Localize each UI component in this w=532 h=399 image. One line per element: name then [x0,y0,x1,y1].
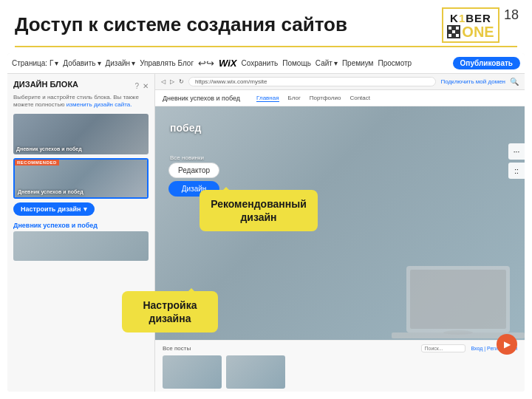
nav-item-portfolio[interactable]: Портфолио [310,95,341,101]
logo-line2: ONE [462,24,494,39]
side-buttons: ··· :: [508,143,525,179]
hero-text: побед [170,121,201,134]
bottom-area-header: Все посты Вход | Регистрация [163,344,517,352]
page-title: Доступ к системе создания сайтов [15,13,347,36]
svg-rect-1 [410,270,506,329]
toolbar-design[interactable]: Дизайн▾ [106,59,136,67]
design-thumb-1[interactable]: Дневник успехов и побед [13,114,149,154]
customize-button[interactable]: Настроить дизайн [13,202,95,216]
left-panel: ДИЗАЙН БЛОКА ? ✕ Выберите и настройте ст… [7,74,155,392]
side-btn-grid[interactable]: :: [508,163,525,179]
side-btn-dots[interactable]: ··· [508,143,525,160]
post-card-2[interactable] [226,355,285,389]
toolbar-preview[interactable]: Просмотр [378,59,412,67]
browser-reload-icon[interactable]: ↻ [179,78,184,85]
panel-help-icon[interactable]: ? [134,82,139,90]
browser-back-icon[interactable]: ◁ [161,78,166,85]
page-number: 18 [504,7,519,23]
panel-link[interactable]: изменить дизайн сайта. [66,101,132,108]
wix-logo: WiX [219,58,236,69]
design-thumb-recommended[interactable]: RECOMMENDED Дневник успехов и побед [13,158,149,199]
screenshot-area: Страница: Г▾ Добавить▾ Дизайн▾ Управлять… [7,53,525,392]
thumb-label-2: Дневник успехов и побед [18,189,83,194]
title-divider [15,46,517,47]
browser-forward-icon[interactable]: ▷ [170,78,174,85]
toolbar-add[interactable]: Добавить▾ [63,59,100,67]
post-card-1[interactable] [163,355,222,389]
logo: K1BER ONE [442,7,501,44]
panel-title: ДИЗАЙН БЛОКА [13,80,78,89]
nav-item-contact[interactable]: Contact [349,95,370,101]
panel-description: Выберите и настройте стиль блока. Вы так… [13,94,149,109]
editor-button[interactable]: Редактор [168,163,219,178]
connect-domain-link[interactable]: Подключить мой домен [440,78,505,85]
browser-bar: ◁ ▷ ↻ https://www.wix.com/mysite Подключ… [155,74,525,90]
bottom-thumb-img [13,231,149,261]
posts-title: Все посты [163,345,191,352]
thumb-label-1: Дневник успехов и побед [16,146,82,151]
toolbar-save[interactable]: Сохранить [242,59,279,67]
wix-toolbar: Страница: Г▾ Добавить▾ Дизайн▾ Управлять… [7,53,525,74]
toolbar-page[interactable]: Страница: Г▾ [12,59,58,67]
panel-close-icon[interactable]: ✕ [143,82,149,90]
play-button[interactable]: ▶ [497,334,517,355]
publish-button[interactable]: Опубликовать [453,57,520,69]
toolbar-premium[interactable]: Премиум [342,59,374,67]
search-icon[interactable]: 🔍 [510,78,519,86]
main-content: ДИЗАЙН БЛОКА ? ✕ Выберите и настройте ст… [7,74,525,392]
right-panel: ◁ ▷ ↻ https://www.wix.com/mysite Подключ… [155,74,525,392]
bottom-area: Все посты Вход | Регистрация [155,340,525,392]
hero-subtext: Все новинки [170,154,204,161]
toolbar-manage-blog[interactable]: Управлять Блог [140,59,194,67]
nav-item-home[interactable]: Главная [256,95,279,102]
logo-line1: K1BER [450,12,491,24]
browser-url[interactable]: https://www.wix.com/mysite [188,77,436,86]
posts-list [163,355,517,389]
bottom-thumb: Дневник успехов и побед [13,222,149,261]
nav-item-blog[interactable]: Блог [288,95,301,101]
hero-laptop-image [384,259,525,340]
posts-search[interactable] [421,344,466,352]
tooltip-customize: Настройкадизайна [122,291,218,332]
toolbar-help[interactable]: Помощь [282,59,311,67]
toolbar-site[interactable]: Сайт▾ [316,59,338,67]
site-nav: Дневник успехов и побед Главная Блог Пор… [155,90,525,106]
tooltip-recommended: Рекомендованныйдизайн [200,190,318,231]
recommended-badge: RECOMMENDED [15,160,59,166]
svg-point-3 [443,330,473,335]
site-logo: Дневник успехов и побед [163,95,240,102]
